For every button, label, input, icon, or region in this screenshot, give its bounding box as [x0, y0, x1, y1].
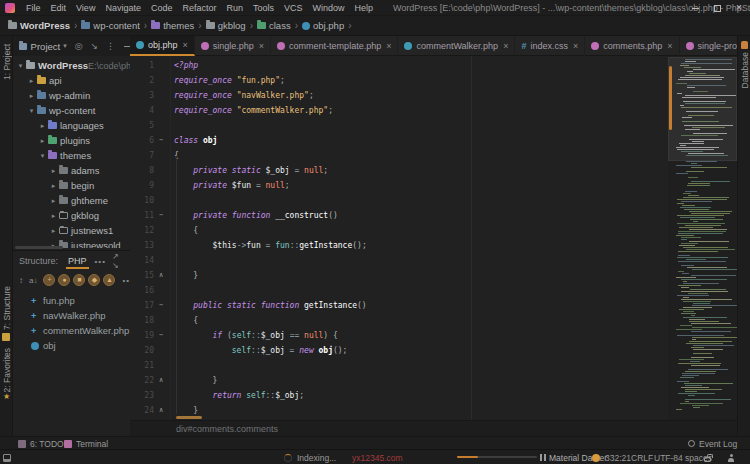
inherited-filter-icon[interactable]: ▲: [103, 274, 115, 286]
code-line[interactable]: 13 $this->fun = fun::getInstance();: [130, 238, 737, 253]
code-line[interactable]: 4require_once "commentWalker.php";: [130, 103, 737, 118]
file-encoding[interactable]: UTF-8: [654, 450, 678, 464]
theme-color-icon[interactable]: [592, 450, 600, 464]
code-line[interactable]: 23 return self::$_obj;: [130, 388, 737, 403]
close-tab-icon[interactable]: ×: [503, 41, 508, 51]
chevron-right-icon[interactable]: ▸: [38, 137, 47, 145]
editor-scrollbar-thumb[interactable]: [669, 66, 672, 130]
breadcrumb-item-gkblog[interactable]: gkblog: [206, 20, 246, 31]
structure-item-navWalker.php[interactable]: +navWalker.php: [13, 308, 130, 323]
tree-item-adams[interactable]: ▸adams: [13, 163, 130, 178]
include-filter-icon[interactable]: +: [43, 274, 55, 286]
tool-window-toggle-icon[interactable]: [3, 450, 11, 464]
code-line[interactable]: 8 private static $_obj = null;: [130, 163, 737, 178]
code-line[interactable]: 10: [130, 193, 737, 208]
code-line[interactable]: 18 {: [130, 313, 737, 328]
tree-item-begin[interactable]: ▸begin: [13, 178, 130, 193]
menu-file[interactable]: File: [21, 0, 46, 16]
fold-icon[interactable]: −: [154, 133, 168, 148]
chevron-down-icon[interactable]: ▾: [27, 107, 36, 115]
constants-filter-icon[interactable]: ■: [73, 274, 85, 286]
code-line[interactable]: 22∧ }: [130, 373, 737, 388]
code-line[interactable]: 15∧ }: [130, 268, 737, 283]
fold-icon[interactable]: −: [154, 298, 168, 313]
lock-icon[interactable]: [704, 450, 711, 464]
tree-item-wp-content[interactable]: ▾wp-content: [13, 103, 130, 118]
minimap-viewport[interactable]: [668, 57, 737, 161]
minimap[interactable]: [668, 56, 737, 420]
code-line[interactable]: 19− if (self::$_obj == null) {: [130, 328, 737, 343]
structure-item-fun.php[interactable]: +fun.php: [13, 293, 130, 308]
tree-item-gkblog[interactable]: ▸gkblog: [13, 208, 130, 223]
project-pane-title[interactable]: Project: [31, 41, 61, 52]
tree-item-plugins[interactable]: ▸plugins: [13, 133, 130, 148]
close-tab-icon[interactable]: ×: [386, 41, 391, 51]
chevron-right-icon[interactable]: ▸: [49, 212, 58, 220]
caret-position[interactable]: 332:21: [605, 450, 631, 464]
inspections-icon[interactable]: [727, 450, 735, 464]
code-line[interactable]: 1<?php: [130, 58, 737, 73]
chevron-right-icon[interactable]: ▸: [49, 167, 58, 175]
breadcrumb-item-WordPress[interactable]: WordPress: [8, 20, 70, 31]
tool-button-structure[interactable]: 7: Structure: [0, 286, 13, 344]
close-tab-icon[interactable]: ×: [259, 41, 264, 51]
fold-icon[interactable]: ∧: [154, 268, 168, 283]
tree-item-languages[interactable]: ▸languages: [13, 118, 130, 133]
structure-item-obj[interactable]: obj: [13, 338, 130, 353]
fold-icon[interactable]: −: [154, 208, 168, 223]
tool-button-favorites[interactable]: ★ 2: Favorites: [0, 348, 13, 401]
more-options-icon[interactable]: ⋮: [106, 41, 115, 51]
line-separator[interactable]: CRLF: [631, 450, 653, 464]
visibility-filter-icon[interactable]: ◆: [88, 274, 100, 286]
pause-indexing-button[interactable]: [540, 450, 548, 464]
close-tab-icon[interactable]: ×: [183, 40, 188, 50]
chevron-right-icon[interactable]: ▸: [38, 122, 47, 130]
sort-alphabetically-icon[interactable]: a↓: [29, 276, 37, 285]
tool-button-project[interactable]: 1: Project: [0, 44, 13, 80]
code-line[interactable]: 21: [130, 358, 737, 373]
code-editor[interactable]: 1<?php2require_once "fun.php";3require_o…: [130, 56, 737, 420]
fields-filter-icon[interactable]: ●: [58, 274, 70, 286]
breadcrumb-item-themes[interactable]: themes: [151, 20, 194, 31]
structure-item-commentWalker.php[interactable]: +commentWalker.php: [13, 323, 130, 338]
close-icon[interactable]: ×: [728, 0, 750, 16]
code-line[interactable]: 2require_once "fun.php";: [130, 73, 737, 88]
fold-icon[interactable]: ∧: [154, 403, 168, 418]
code-line[interactable]: 14: [130, 253, 737, 268]
tool-button-database[interactable]: Database: [738, 52, 750, 88]
float-window-icon[interactable]: ↗: [112, 252, 119, 261]
locate-icon[interactable]: ◎: [75, 41, 83, 51]
chevron-right-icon[interactable]: ▸: [27, 77, 36, 85]
maximize-icon[interactable]: [706, 0, 728, 16]
tab-comment-template.php[interactable]: comment-template.php×: [271, 36, 398, 56]
close-tab-icon[interactable]: ×: [667, 41, 672, 51]
menu-help[interactable]: Help: [350, 0, 379, 16]
tree-item-justnews1[interactable]: ▸justnews1: [13, 223, 130, 238]
menu-refactor[interactable]: Refactor: [177, 0, 221, 16]
code-line[interactable]: 6−class obj: [130, 133, 737, 148]
close-tab-icon[interactable]: ×: [573, 41, 578, 51]
sort-by-visibility-icon[interactable]: ↕: [19, 276, 23, 285]
menu-code[interactable]: Code: [146, 0, 178, 16]
tree-item-ghtheme[interactable]: ▸ghtheme: [13, 193, 130, 208]
code-line[interactable]: 11− private function __construct(): [130, 208, 737, 223]
code-line[interactable]: 16: [130, 283, 737, 298]
tab-single.php[interactable]: single.php×: [195, 36, 271, 56]
breadcrumb-item-class[interactable]: class: [257, 20, 291, 31]
collapse-all-icon[interactable]: ↘: [91, 41, 99, 51]
chevron-down-icon[interactable]: ▾: [63, 42, 67, 50]
chevron-right-icon[interactable]: ▸: [49, 197, 58, 205]
chevron-right-icon[interactable]: ▸: [49, 182, 58, 190]
menu-vcs[interactable]: VCS: [279, 0, 308, 16]
fold-icon[interactable]: ∧: [154, 373, 168, 388]
minimize-window-icon[interactable]: ↘: [112, 261, 119, 270]
breadcrumb-item-obj.php[interactable]: obj.php: [302, 20, 344, 31]
breadcrumb-item-wp-content[interactable]: wp-content: [81, 20, 139, 31]
menu-edit[interactable]: Edit: [46, 0, 72, 16]
code-line[interactable]: 9 private $fun = null;: [130, 178, 737, 193]
tree-item-WordPress[interactable]: ▾WordPress E:\code\php\WordPress: [13, 58, 130, 73]
minimize-icon[interactable]: [684, 0, 706, 16]
editor-horizontal-scrollbar[interactable]: [176, 416, 202, 419]
code-line[interactable]: 7{: [130, 148, 737, 163]
chevron-down-icon[interactable]: ▾: [38, 152, 47, 160]
